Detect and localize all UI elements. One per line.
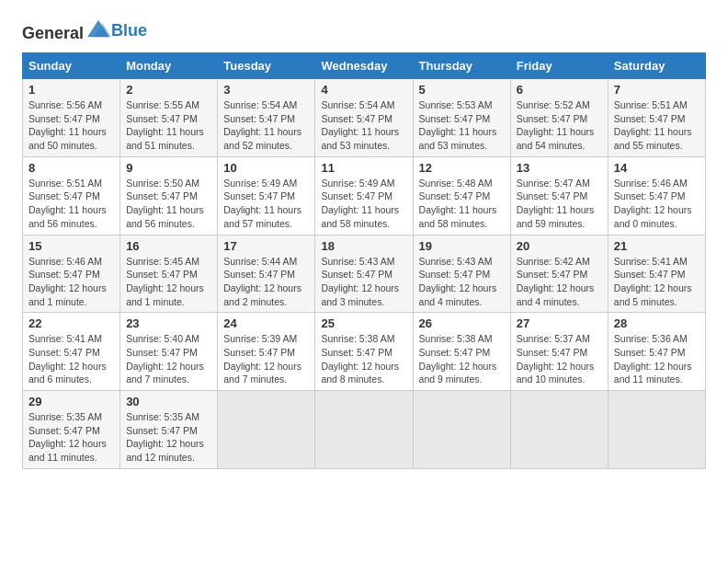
day-number: 16 (126, 239, 211, 253)
day-number: 14 (614, 161, 700, 175)
logo-general-text: General (22, 18, 111, 43)
day-header-friday: Friday (510, 53, 608, 79)
calendar-cell (413, 391, 510, 469)
day-header-thursday: Thursday (413, 53, 510, 79)
calendar-cell: 2 Sunrise: 5:55 AMSunset: 5:47 PMDayligh… (120, 79, 218, 157)
day-info: Sunrise: 5:37 AMSunset: 5:47 PMDaylight:… (517, 333, 595, 385)
day-number: 7 (614, 83, 700, 97)
calendar-cell: 13 Sunrise: 5:47 AMSunset: 5:47 PMDaylig… (510, 156, 608, 235)
calendar-cell: 19 Sunrise: 5:43 AMSunset: 5:47 PMDaylig… (413, 235, 510, 313)
day-number: 1 (28, 83, 114, 97)
day-number: 12 (419, 161, 505, 175)
calendar-cell: 28 Sunrise: 5:36 AMSunset: 5:47 PMDaylig… (608, 313, 705, 391)
day-number: 13 (517, 161, 602, 175)
day-info: Sunrise: 5:48 AMSunset: 5:47 PMDaylight:… (419, 178, 497, 229)
day-info: Sunrise: 5:54 AMSunset: 5:47 PMDaylight:… (321, 99, 399, 151)
calendar-cell: 14 Sunrise: 5:46 AMSunset: 5:47 PMDaylig… (608, 156, 705, 235)
calendar-cell: 15 Sunrise: 5:46 AMSunset: 5:47 PMDaylig… (23, 235, 120, 313)
calendar-cell: 8 Sunrise: 5:51 AMSunset: 5:47 PMDayligh… (23, 156, 120, 235)
calendar-cell (510, 391, 608, 469)
day-info: Sunrise: 5:55 AMSunset: 5:47 PMDaylight:… (126, 99, 204, 151)
calendar-cell: 27 Sunrise: 5:37 AMSunset: 5:47 PMDaylig… (510, 313, 608, 391)
calendar-cell: 16 Sunrise: 5:45 AMSunset: 5:47 PMDaylig… (120, 235, 218, 313)
day-number: 15 (28, 239, 114, 253)
day-info: Sunrise: 5:39 AMSunset: 5:47 PMDaylight:… (223, 333, 301, 385)
day-number: 25 (321, 316, 406, 330)
day-info: Sunrise: 5:43 AMSunset: 5:47 PMDaylight:… (321, 256, 399, 307)
day-info: Sunrise: 5:49 AMSunset: 5:47 PMDaylight:… (223, 178, 301, 229)
calendar-cell: 1 Sunrise: 5:56 AMSunset: 5:47 PMDayligh… (23, 79, 120, 157)
day-info: Sunrise: 5:35 AMSunset: 5:47 PMDaylight:… (28, 411, 107, 463)
day-info: Sunrise: 5:42 AMSunset: 5:47 PMDaylight:… (517, 256, 595, 307)
calendar-cell: 4 Sunrise: 5:54 AMSunset: 5:47 PMDayligh… (315, 79, 413, 157)
calendar-cell: 22 Sunrise: 5:41 AMSunset: 5:47 PMDaylig… (23, 313, 120, 391)
calendar-cell: 21 Sunrise: 5:41 AMSunset: 5:47 PMDaylig… (608, 235, 705, 313)
day-info: Sunrise: 5:38 AMSunset: 5:47 PMDaylight:… (419, 333, 497, 385)
day-header-wednesday: Wednesday (315, 53, 413, 79)
day-info: Sunrise: 5:44 AMSunset: 5:47 PMDaylight:… (223, 256, 301, 307)
day-number: 26 (419, 316, 505, 330)
calendar-week-3: 15 Sunrise: 5:46 AMSunset: 5:47 PMDaylig… (23, 235, 706, 313)
calendar-cell: 7 Sunrise: 5:51 AMSunset: 5:47 PMDayligh… (608, 79, 705, 157)
day-number: 29 (28, 395, 114, 408)
day-header-tuesday: Tuesday (218, 53, 315, 79)
day-number: 23 (126, 316, 211, 330)
calendar-week-2: 8 Sunrise: 5:51 AMSunset: 5:47 PMDayligh… (23, 156, 706, 235)
day-info: Sunrise: 5:43 AMSunset: 5:47 PMDaylight:… (419, 256, 497, 307)
day-info: Sunrise: 5:54 AMSunset: 5:47 PMDaylight:… (223, 99, 301, 151)
day-number: 21 (614, 239, 700, 253)
day-number: 8 (28, 161, 114, 175)
calendar-cell: 6 Sunrise: 5:52 AMSunset: 5:47 PMDayligh… (510, 79, 608, 157)
day-number: 17 (223, 239, 309, 253)
day-number: 24 (223, 316, 309, 330)
calendar-cell: 5 Sunrise: 5:53 AMSunset: 5:47 PMDayligh… (413, 79, 510, 157)
day-number: 28 (614, 316, 700, 330)
calendar-week-1: 1 Sunrise: 5:56 AMSunset: 5:47 PMDayligh… (23, 79, 706, 157)
calendar-cell: 24 Sunrise: 5:39 AMSunset: 5:47 PMDaylig… (218, 313, 315, 391)
day-number: 20 (517, 239, 602, 253)
day-number: 30 (126, 395, 211, 408)
day-number: 18 (321, 239, 406, 253)
calendar-cell: 25 Sunrise: 5:38 AMSunset: 5:47 PMDaylig… (315, 313, 413, 391)
calendar-cell: 29 Sunrise: 5:35 AMSunset: 5:47 PMDaylig… (23, 391, 120, 469)
logo: General Blue (22, 18, 147, 43)
day-info: Sunrise: 5:53 AMSunset: 5:47 PMDaylight:… (419, 99, 497, 151)
day-info: Sunrise: 5:41 AMSunset: 5:47 PMDaylight:… (28, 333, 107, 385)
day-info: Sunrise: 5:47 AMSunset: 5:47 PMDaylight:… (517, 178, 595, 229)
day-info: Sunrise: 5:46 AMSunset: 5:47 PMDaylight:… (28, 256, 107, 307)
day-number: 5 (419, 83, 505, 97)
day-info: Sunrise: 5:56 AMSunset: 5:47 PMDaylight:… (28, 99, 107, 151)
calendar-cell: 26 Sunrise: 5:38 AMSunset: 5:47 PMDaylig… (413, 313, 510, 391)
calendar-cell: 3 Sunrise: 5:54 AMSunset: 5:47 PMDayligh… (218, 79, 315, 157)
day-info: Sunrise: 5:36 AMSunset: 5:47 PMDaylight:… (614, 333, 692, 385)
calendar-cell: 18 Sunrise: 5:43 AMSunset: 5:47 PMDaylig… (315, 235, 413, 313)
day-info: Sunrise: 5:41 AMSunset: 5:47 PMDaylight:… (614, 256, 692, 307)
day-header-sunday: Sunday (23, 53, 120, 79)
logo-blue-text: Blue (111, 21, 147, 40)
day-number: 19 (419, 239, 505, 253)
day-header-monday: Monday (120, 53, 218, 79)
day-info: Sunrise: 5:52 AMSunset: 5:47 PMDaylight:… (517, 99, 595, 151)
day-number: 2 (126, 83, 211, 97)
calendar-cell: 9 Sunrise: 5:50 AMSunset: 5:47 PMDayligh… (120, 156, 218, 235)
day-info: Sunrise: 5:46 AMSunset: 5:47 PMDaylight:… (614, 178, 692, 229)
calendar-cell: 10 Sunrise: 5:49 AMSunset: 5:47 PMDaylig… (218, 156, 315, 235)
logo-icon (85, 18, 111, 39)
day-number: 22 (28, 316, 114, 330)
calendar-week-5: 29 Sunrise: 5:35 AMSunset: 5:47 PMDaylig… (23, 391, 706, 469)
day-number: 11 (321, 161, 406, 175)
day-info: Sunrise: 5:45 AMSunset: 5:47 PMDaylight:… (126, 256, 204, 307)
day-info: Sunrise: 5:49 AMSunset: 5:47 PMDaylight:… (321, 178, 399, 229)
calendar-cell (218, 391, 315, 469)
page-header: General Blue (22, 18, 706, 43)
day-info: Sunrise: 5:40 AMSunset: 5:47 PMDaylight:… (126, 333, 204, 385)
calendar-cell: 23 Sunrise: 5:40 AMSunset: 5:47 PMDaylig… (120, 313, 218, 391)
calendar-cell (608, 391, 705, 469)
day-number: 10 (223, 161, 309, 175)
header-row: SundayMondayTuesdayWednesdayThursdayFrid… (23, 53, 706, 79)
day-number: 9 (126, 161, 211, 175)
calendar-cell: 12 Sunrise: 5:48 AMSunset: 5:47 PMDaylig… (413, 156, 510, 235)
calendar-table: SundayMondayTuesdayWednesdayThursdayFrid… (22, 52, 706, 469)
calendar-cell: 30 Sunrise: 5:35 AMSunset: 5:47 PMDaylig… (120, 391, 218, 469)
day-number: 27 (517, 316, 602, 330)
